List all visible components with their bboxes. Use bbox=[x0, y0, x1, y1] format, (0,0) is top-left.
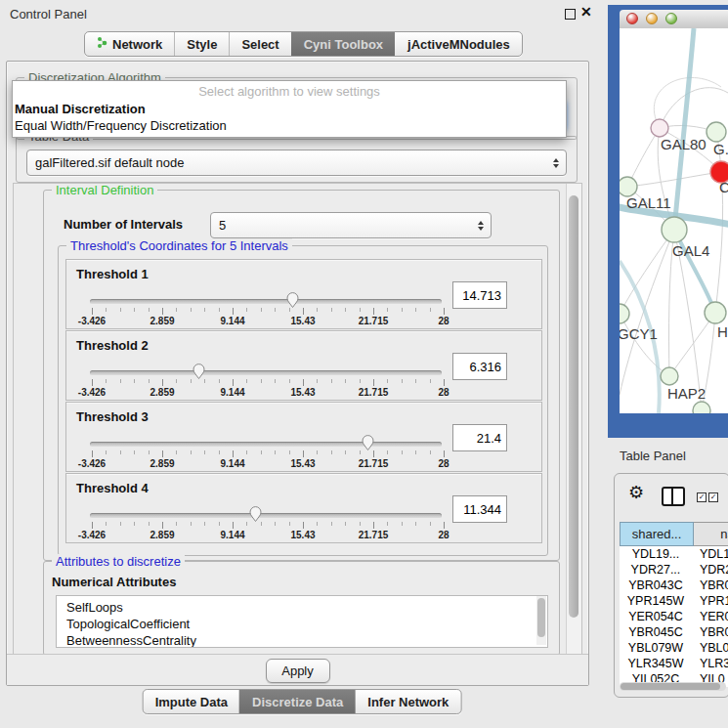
slider-tick bbox=[92, 379, 93, 386]
slider-tick-label: 21.715 bbox=[359, 316, 389, 326]
mac-close-icon[interactable] bbox=[626, 13, 638, 24]
node-label-hap2: HAP2 bbox=[667, 385, 706, 402]
slider-tick bbox=[444, 308, 445, 315]
network-node[interactable] bbox=[620, 304, 629, 323]
slider-tick bbox=[176, 379, 177, 383]
table-data-combobox[interactable]: galFiltered.sif default node bbox=[26, 150, 567, 176]
network-node[interactable] bbox=[707, 122, 726, 142]
slider-tick bbox=[176, 308, 177, 312]
table-cell: YDL19... bbox=[620, 546, 692, 562]
table-row[interactable]: YBL079WYBL0 bbox=[620, 640, 728, 656]
tab-style[interactable]: Style bbox=[174, 32, 229, 56]
slider-track[interactable] bbox=[90, 442, 442, 447]
settings-viewport: Interval Definition Number of Intervals … bbox=[13, 183, 582, 656]
slider-tick bbox=[246, 522, 247, 526]
slider-tick bbox=[373, 450, 374, 457]
network-graph: GAL80G.CGAL11GAL4GCY1HHAP2 bbox=[620, 28, 728, 413]
mac-zoom-icon[interactable] bbox=[665, 13, 677, 24]
tab-infer-network[interactable]: Infer Network bbox=[355, 690, 460, 713]
table-row[interactable]: YER054CYER0 bbox=[620, 609, 728, 624]
slider-tick-label: 15.43 bbox=[290, 458, 315, 469]
table-horizontal-scrollbar[interactable] bbox=[620, 682, 726, 691]
checkbox-icon[interactable]: ✓ bbox=[708, 492, 718, 502]
node-label-h: H bbox=[717, 323, 728, 340]
table-row[interactable]: YLR345WYLR3 bbox=[620, 656, 728, 671]
checkbox-icon[interactable]: ✓ bbox=[697, 492, 707, 502]
network-window-titlebar[interactable] bbox=[620, 10, 728, 29]
slider-tick bbox=[261, 522, 262, 526]
network-node[interactable] bbox=[693, 402, 710, 413]
threshold-value-field[interactable]: 6.316 bbox=[452, 353, 507, 380]
slider-track[interactable] bbox=[90, 513, 442, 518]
slider-tick-label: 21.715 bbox=[359, 387, 389, 398]
attribute-item-selfloops[interactable]: SelfLoops bbox=[57, 599, 547, 616]
slider-tick bbox=[204, 450, 205, 454]
slider-tick bbox=[303, 450, 304, 457]
slider-thumb[interactable] bbox=[248, 504, 263, 523]
settings-scrollbar[interactable] bbox=[566, 184, 581, 655]
table-row[interactable]: YBR045CYBR0 bbox=[620, 624, 728, 640]
mac-minimize-icon[interactable] bbox=[646, 13, 658, 24]
tab-discretize-data[interactable]: Discretize Data bbox=[239, 690, 355, 713]
slider-tick bbox=[331, 450, 332, 454]
numerical-attributes-list[interactable]: SelfLoopsTopologicalCoefficientBetweenne… bbox=[56, 595, 548, 648]
slider-tick bbox=[360, 450, 361, 454]
threshold-panel-4: Threshold 4-3.4262.8599.14415.4321.71528… bbox=[65, 473, 542, 543]
column-header-2[interactable]: na bbox=[694, 522, 728, 546]
thresholds-group: Threshold's Coordinates for 5 Intervals … bbox=[58, 245, 548, 556]
table-row[interactable]: YDL19...YDL1 bbox=[620, 546, 728, 562]
tab-jactivemnodules[interactable]: jActiveMNodules bbox=[395, 32, 522, 56]
attribute-item-topologicalcoefficient[interactable]: TopologicalCoefficient bbox=[57, 616, 547, 632]
table-row[interactable]: YPR145WYPR1 bbox=[620, 593, 728, 609]
columns-icon[interactable] bbox=[662, 487, 685, 506]
slider-tick bbox=[176, 522, 177, 526]
table-row[interactable]: YBR043CYBR0 bbox=[620, 578, 728, 593]
slider-track[interactable] bbox=[90, 370, 442, 375]
close-icon[interactable]: ✕ bbox=[580, 4, 592, 20]
tab-select[interactable]: Select bbox=[229, 32, 290, 56]
network-canvas[interactable]: GAL80G.CGAL11GAL4GCY1HHAP2 bbox=[620, 28, 728, 413]
apply-row: Apply bbox=[7, 654, 588, 685]
column-header-1[interactable]: shared... bbox=[620, 522, 694, 546]
slider-tick-label: 15.43 bbox=[290, 387, 315, 398]
apply-button[interactable]: Apply bbox=[266, 659, 330, 683]
num-intervals-combobox[interactable]: 5 bbox=[210, 212, 492, 238]
tab-label: Network bbox=[112, 37, 162, 52]
dropdown-option-manual-discretization[interactable]: Manual Discretization bbox=[13, 101, 566, 117]
slider-thumb[interactable] bbox=[361, 433, 375, 451]
network-node[interactable] bbox=[661, 367, 678, 385]
dropdown-option-equal-width-frequency-discretization[interactable]: Equal Width/Frequency Discretization bbox=[13, 117, 566, 134]
slider-tick bbox=[120, 450, 121, 454]
slider-tick-label: 2.859 bbox=[150, 316, 174, 326]
threshold-value-field[interactable]: 11.344 bbox=[452, 495, 507, 523]
threshold-value-field[interactable]: 14.713 bbox=[452, 281, 507, 309]
threshold-label: Threshold 4 bbox=[76, 481, 149, 495]
network-node[interactable] bbox=[662, 217, 687, 242]
slider-tick bbox=[373, 308, 374, 315]
slider-thumb[interactable] bbox=[285, 290, 300, 309]
float-window-icon[interactable] bbox=[565, 9, 576, 20]
attributes-scrollbar[interactable] bbox=[536, 596, 546, 645]
gear-icon[interactable]: ⚙ bbox=[628, 484, 644, 501]
table-row[interactable]: YDR27...YDR2 bbox=[620, 562, 728, 578]
slider-tick bbox=[444, 450, 445, 457]
slider-track[interactable] bbox=[90, 299, 442, 304]
network-node[interactable] bbox=[620, 177, 637, 196]
slider-tick bbox=[387, 522, 388, 526]
tab-impute-data[interactable]: Impute Data bbox=[144, 690, 239, 713]
node-label-gal4: GAL4 bbox=[672, 242, 709, 259]
tab-network[interactable]: Network bbox=[85, 32, 174, 56]
slider-tick bbox=[149, 450, 150, 454]
slider-tick bbox=[317, 379, 318, 383]
slider-tick bbox=[219, 308, 220, 312]
slider-tick-label: 15.43 bbox=[290, 530, 315, 540]
slider-thumb[interactable] bbox=[192, 362, 206, 380]
tab-cyni-toolbox[interactable]: Cyni Toolbox bbox=[291, 32, 395, 56]
threshold-value-field[interactable]: 21.4 bbox=[452, 424, 507, 451]
network-node[interactable] bbox=[651, 119, 668, 137]
slider-tick bbox=[275, 522, 276, 526]
attribute-item-betweennesscentrality[interactable]: BetweennessCentrality bbox=[57, 632, 547, 648]
table-data-value: galFiltered.sif default node bbox=[35, 155, 184, 170]
network-node[interactable] bbox=[705, 302, 726, 323]
slider-tick bbox=[289, 522, 290, 526]
